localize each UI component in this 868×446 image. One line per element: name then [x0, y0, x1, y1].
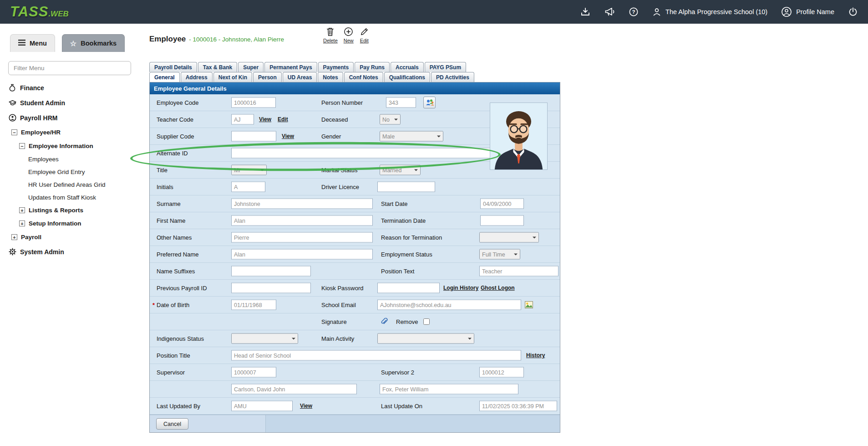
tab-qualifications[interactable]: Qualifications	[384, 72, 430, 82]
collapse-icon[interactable]: −	[11, 129, 17, 135]
last-updated-view-link[interactable]: View	[300, 403, 312, 409]
teacher-code-input[interactable]: AJ	[231, 114, 254, 125]
profile-menu[interactable]: Profile Name	[781, 6, 834, 17]
tab-payments[interactable]: Payments	[318, 62, 354, 72]
sidebar-item-updates-from-staff-kiosk[interactable]: Updates from Staff Kiosk	[0, 191, 141, 204]
supervisor-name-input[interactable]: Carlson, David John	[231, 384, 357, 395]
deceased-select[interactable]: No	[380, 114, 401, 125]
tab-permanent-pays[interactable]: Permanent Pays	[264, 62, 317, 72]
position-title-input[interactable]: Head of Senior School	[231, 350, 521, 361]
person-lookup-icon[interactable]	[423, 97, 436, 108]
tab-super[interactable]: Super	[238, 62, 264, 72]
sidebar-item-student-admin[interactable]: Student Admin	[0, 95, 141, 110]
expand-icon[interactable]: +	[19, 207, 25, 213]
tab-menu[interactable]: Menu	[10, 34, 55, 52]
tass-logo[interactable]: TASS.WEB	[10, 4, 69, 20]
cancel-button[interactable]: Cancel	[156, 418, 188, 430]
employment-status-select[interactable]: Full Time	[479, 249, 520, 260]
school-email-input[interactable]: AJohnstone@school.edu.au	[377, 300, 521, 310]
tab-tax-bank[interactable]: Tax & Bank	[198, 62, 237, 72]
login-history-link[interactable]: Login History	[443, 285, 478, 291]
reason-for-termination-select[interactable]	[479, 232, 539, 243]
sidebar-item-payroll[interactable]: +Payroll	[0, 230, 141, 244]
termination-date-input[interactable]	[480, 215, 524, 226]
sidebar-item-finance[interactable]: Finance	[0, 80, 141, 95]
employee-code-input[interactable]: 1000016	[231, 97, 276, 108]
tab-notes[interactable]: Notes	[318, 72, 343, 82]
title-select[interactable]: Mr	[231, 165, 267, 175]
edit-button[interactable]: Edit	[360, 27, 369, 43]
start-date-input[interactable]: 04/09/2000	[480, 199, 524, 209]
tab-person[interactable]: Person	[253, 72, 282, 82]
supplier-code-view-link[interactable]: View	[282, 133, 294, 139]
school-selector[interactable]: The Alpha Progressive School (10)	[652, 7, 767, 16]
sidebar-item-employee-information[interactable]: −Employee Information	[0, 139, 141, 153]
date-of-birth-label: Date of Birth	[157, 302, 189, 308]
sidebar-item-employee-grid-entry[interactable]: Employee Grid Entry	[0, 165, 141, 178]
sidebar-tree: FinanceStudent AdminPayroll HRM−Employee…	[0, 80, 141, 259]
previous-payroll-id-input[interactable]	[231, 283, 311, 293]
position-text-input[interactable]: Teacher	[479, 266, 558, 277]
signature-remove-checkbox[interactable]	[423, 318, 430, 325]
supervisor-input[interactable]: 1000007	[231, 367, 276, 378]
teacher-code-view-link[interactable]: View	[259, 116, 271, 123]
email-picture-icon[interactable]	[525, 301, 533, 308]
tab-accruals[interactable]: Accruals	[391, 62, 424, 72]
ghost-logon-link[interactable]: Ghost Logon	[481, 285, 515, 291]
expand-icon[interactable]: +	[11, 234, 17, 240]
alternate-id-input[interactable]	[231, 148, 491, 159]
driver-licence-input[interactable]	[377, 182, 435, 192]
required-asterisk: *	[152, 302, 155, 308]
tool-label: Delete	[323, 38, 338, 43]
new-button[interactable]: New	[344, 27, 354, 43]
tab-pd-activities[interactable]: PD Activities	[431, 72, 474, 82]
collapse-icon[interactable]: −	[19, 143, 25, 149]
filter-menu-input[interactable]	[8, 61, 131, 75]
person-number-input[interactable]: 343	[386, 97, 416, 108]
marital-status-select[interactable]: Married	[380, 165, 421, 175]
teacher-code-edit-link[interactable]: Edit	[278, 116, 288, 123]
supplier-code-input[interactable]	[231, 131, 276, 142]
last-updated-by-input[interactable]: AMU	[231, 401, 293, 411]
announcements-icon[interactable]	[604, 7, 615, 17]
sidebar-item-setup-information[interactable]: +Setup Information	[0, 217, 141, 230]
form-row-surname: Surname Johnstone Start Date 04/09/2000	[150, 195, 560, 212]
kiosk-password-input[interactable]	[377, 283, 440, 293]
last-update-on-input[interactable]: 11/02/2025 03:36:39 PM	[479, 401, 557, 411]
sidebar-item-employee-hr[interactable]: −Employee/HR	[0, 125, 141, 139]
initials-input[interactable]: A	[231, 182, 265, 192]
supervisor2-name-input[interactable]: Fox, Peter William	[380, 384, 518, 395]
tab-next-of-kin[interactable]: Next of Kin	[213, 72, 252, 82]
help-icon[interactable]: ?	[629, 7, 639, 17]
surname-input[interactable]: Johnstone	[231, 199, 373, 209]
tab-conf-notes[interactable]: Conf Notes	[344, 72, 383, 82]
sidebar-item-employees[interactable]: Employees	[0, 153, 141, 165]
name-suffixes-input[interactable]	[231, 266, 311, 277]
tab-address[interactable]: Address	[181, 72, 213, 82]
sidebar-item-hr-user-defined-areas-grid[interactable]: HR User Defined Areas Grid	[0, 178, 141, 191]
other-names-input[interactable]: Pierre	[231, 232, 373, 243]
first-name-input[interactable]: Alan	[231, 215, 373, 226]
preferred-name-input[interactable]: Alan	[231, 249, 373, 260]
sidebar-item-listings-reports[interactable]: +Listings & Reports	[0, 204, 141, 217]
tab-ud-areas[interactable]: UD Areas	[283, 72, 317, 82]
tab-payroll-details[interactable]: Payroll Details	[149, 62, 197, 72]
indigenous-status-select[interactable]	[231, 333, 298, 344]
tab-general[interactable]: General	[149, 72, 180, 82]
tab-pay-runs[interactable]: Pay Runs	[355, 62, 390, 72]
sidebar-item-payroll-hrm[interactable]: Payroll HRM	[0, 110, 141, 125]
main-activity-select[interactable]	[377, 333, 474, 344]
form-rows: Employee Code 1000016 Person Number 343 …	[150, 94, 560, 415]
download-icon[interactable]	[580, 7, 590, 17]
logout-power-icon[interactable]	[848, 7, 858, 17]
tab-payg-psum[interactable]: PAYG PSum	[425, 62, 466, 72]
paperclip-icon[interactable]	[380, 318, 388, 326]
supervisor2-input[interactable]: 1000012	[479, 367, 524, 378]
tab-bookmarks[interactable]: ☆ Bookmarks	[62, 34, 125, 52]
position-title-history-link[interactable]: History	[526, 352, 545, 359]
gender-select[interactable]: Male	[380, 131, 443, 142]
expand-icon[interactable]: +	[19, 220, 25, 226]
delete-button[interactable]: Delete	[323, 27, 338, 43]
sidebar-item-system-admin[interactable]: System Admin	[0, 244, 141, 259]
date-of-birth-input[interactable]: 01/11/1968	[231, 300, 276, 310]
